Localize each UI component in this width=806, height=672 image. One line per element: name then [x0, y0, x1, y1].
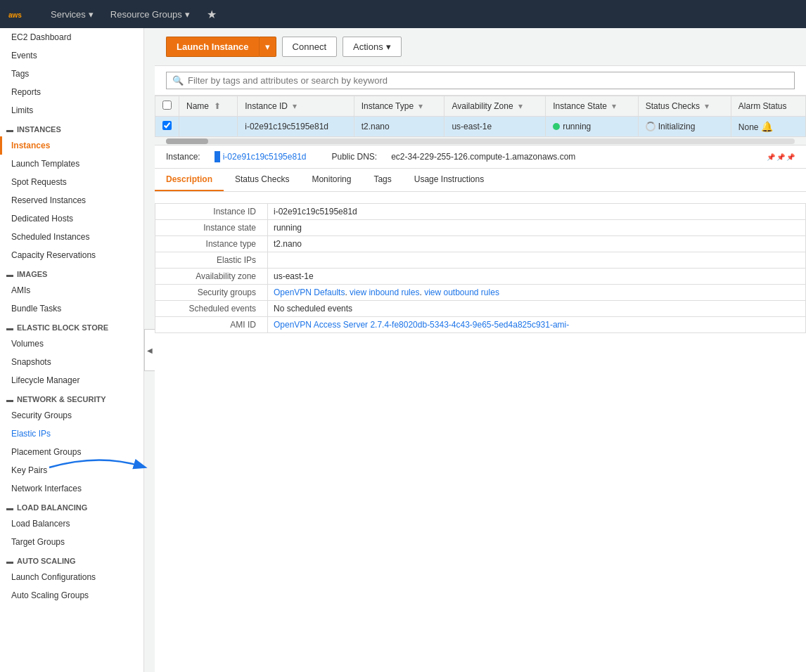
resource-groups-nav-btn[interactable]: Resource Groups ▾	[105, 6, 196, 22]
sidebar-item-snapshots[interactable]: Snapshots	[0, 353, 143, 371]
services-nav-btn[interactable]: Services ▾	[45, 6, 99, 22]
detail-row-ami-id: AMI ID OpenVPN Access Server 2.7.4-fe802…	[155, 317, 806, 333]
instance-color-marker	[215, 151, 220, 162]
instances-table-wrap: Name ⬆ Instance ID ▾ Instance Type ▾ Ava…	[155, 96, 806, 137]
detail-row-security-groups: Security groups OpenVPN Defaults. view i…	[155, 285, 806, 301]
detail-label-elastic-ips: Elastic IPs	[155, 252, 268, 269]
launch-instance-dropdown-btn[interactable]: ▾	[259, 37, 276, 57]
sidebar-item-elastic-ips[interactable]: Elastic IPs	[0, 425, 143, 443]
select-all-checkbox-cell[interactable]	[155, 96, 179, 117]
security-groups-link-inbound[interactable]: view inbound rules	[350, 287, 419, 297]
table-row[interactable]: i-02e91c19c5195e81d t2.nano us-east-1e r…	[155, 117, 806, 137]
sidebar-item-capacity-reservations[interactable]: Capacity Reservations	[0, 246, 143, 264]
detail-tabs: Description Status Checks Monitoring Tag…	[155, 169, 806, 192]
col-availability-zone[interactable]: Availability Zone ▾	[444, 96, 546, 117]
sidebar-item-bundle-tasks[interactable]: Bundle Tasks	[0, 299, 143, 318]
sidebar-item-placement-groups[interactable]: Placement Groups	[0, 443, 143, 461]
tab-status-checks[interactable]: Status Checks	[224, 169, 300, 191]
tab-description[interactable]: Description	[155, 169, 224, 191]
detail-val-security-groups: OpenVPN Defaults. view inbound rules. vi…	[268, 285, 806, 301]
row-instance-state: running	[546, 117, 638, 137]
toolbar: Launch Instance ▾ Connect Actions ▾	[155, 28, 806, 66]
detail-label-instance-type: Instance type	[155, 236, 268, 252]
horizontal-scrollbar[interactable]	[155, 137, 806, 146]
row-instance-type: t2.nano	[354, 117, 444, 137]
collapse-lb-icon: ▬	[6, 503, 14, 512]
sidebar-item-target-groups[interactable]: Target Groups	[0, 533, 143, 551]
detail-val-instance-state: running	[268, 220, 806, 236]
col-instance-state[interactable]: Instance State ▾	[546, 96, 638, 117]
sidebar-item-reserved-instances[interactable]: Reserved Instances	[0, 191, 143, 209]
detail-label-scheduled-events: Scheduled events	[155, 301, 268, 317]
running-indicator	[553, 123, 560, 130]
instances-table: Name ⬆ Instance ID ▾ Instance Type ▾ Ava…	[155, 96, 806, 137]
detail-label-instance-id: Instance ID	[155, 204, 268, 220]
row-instance-id: i-02e91c19c5195e81d	[238, 117, 354, 137]
sidebar-item-dedicated-hosts[interactable]: Dedicated Hosts	[0, 209, 143, 228]
launch-instance-button[interactable]: Launch Instance	[166, 37, 259, 57]
detail-content: Instance ID i-02e91c19c5195e81d Instance…	[155, 192, 806, 672]
sidebar-item-spot-requests[interactable]: Spot Requests	[0, 173, 143, 191]
security-groups-link-outbound[interactable]: view outbound rules	[424, 287, 499, 297]
select-all-checkbox[interactable]	[162, 101, 172, 110]
sidebar-item-security-groups[interactable]: Security Groups	[0, 406, 143, 425]
sidebar-item-load-balancers[interactable]: Load Balancers	[0, 515, 143, 533]
section-auto-scaling[interactable]: ▬ AUTO SCALING	[0, 551, 143, 568]
collapse-ebs-icon: ▬	[6, 323, 14, 332]
detail-label-security-groups: Security groups	[155, 285, 268, 301]
sidebar-item-lifecycle-manager[interactable]: Lifecycle Manager	[0, 371, 143, 389]
public-dns-label: Public DNS:	[331, 152, 377, 162]
sidebar-item-tags[interactable]: Tags	[0, 65, 143, 83]
detail-val-scheduled-events: No scheduled events	[268, 301, 806, 317]
sidebar-item-ec2-dashboard[interactable]: EC2 Dashboard	[0, 28, 143, 46]
favorites-icon[interactable]: ★	[201, 5, 222, 24]
col-name[interactable]: Name ⬆	[179, 96, 238, 117]
row-availability-zone: us-east-1e	[444, 117, 546, 137]
instance-label: Instance:	[166, 152, 200, 162]
security-groups-link-defaults[interactable]: OpenVPN Defaults	[274, 287, 345, 297]
section-images[interactable]: ▬ IMAGES	[0, 264, 143, 281]
svg-text:aws: aws	[8, 11, 22, 19]
section-ebs[interactable]: ▬ ELASTIC BLOCK STORE	[0, 318, 143, 335]
detail-row-instance-type: Instance type t2.nano	[155, 236, 806, 252]
sidebar-item-instances[interactable]: Instances	[0, 136, 143, 155]
collapse-network-icon: ▬	[6, 395, 14, 403]
section-instances[interactable]: ▬ INSTANCES	[0, 119, 143, 136]
ami-id-link[interactable]: OpenVPN Access Server 2.7.4-fe8020db-534…	[274, 320, 569, 330]
col-instance-type[interactable]: Instance Type ▾	[354, 96, 444, 117]
instance-id-link[interactable]: i-02e91c19c5195e81d	[215, 151, 307, 162]
tab-usage-instructions[interactable]: Usage Instructions	[403, 169, 495, 191]
aws-logo[interactable]: aws	[8, 1, 34, 27]
section-load-balancing[interactable]: ▬ LOAD BALANCING	[0, 498, 143, 515]
row-checkbox[interactable]	[162, 121, 172, 130]
actions-button[interactable]: Actions ▾	[343, 37, 402, 57]
sidebar-item-auto-scaling-groups[interactable]: Auto Scaling Groups	[0, 586, 143, 605]
section-network[interactable]: ▬ NETWORK & SECURITY	[0, 389, 143, 406]
sidebar-item-key-pairs[interactable]: Key Pairs	[0, 461, 143, 479]
sidebar-item-scheduled-instances[interactable]: Scheduled Instances	[0, 228, 143, 246]
launch-instance-group: Launch Instance ▾	[166, 37, 276, 57]
sidebar-item-network-interfaces[interactable]: Network Interfaces	[0, 479, 143, 498]
search-input[interactable]	[188, 75, 788, 86]
sidebar-item-reports[interactable]: Reports	[0, 83, 143, 101]
row-alarm-status: None 🔔	[731, 117, 805, 137]
col-instance-id[interactable]: Instance ID ▾	[238, 96, 354, 117]
tab-monitoring[interactable]: Monitoring	[300, 169, 362, 191]
sidebar-item-launch-templates[interactable]: Launch Templates	[0, 155, 143, 173]
sidebar-item-events[interactable]: Events	[0, 46, 143, 65]
filter-bar: 🔍	[155, 66, 806, 96]
hide-sidebar-btn[interactable]: ◀	[144, 329, 155, 371]
connect-button[interactable]: Connect	[282, 37, 337, 57]
col-status-checks[interactable]: Status Checks ▾	[638, 96, 731, 117]
row-checkbox-cell[interactable]	[155, 117, 179, 137]
initializing-spinner	[646, 122, 655, 131]
collapse-instances-icon: ▬	[6, 125, 14, 134]
tab-tags[interactable]: Tags	[362, 169, 402, 191]
row-status-checks: Initializing	[638, 117, 731, 137]
search-icon: 🔍	[172, 75, 184, 86]
sidebar-item-amis[interactable]: AMIs	[0, 281, 143, 299]
col-alarm-status[interactable]: Alarm Status	[731, 96, 805, 117]
sidebar-item-limits[interactable]: Limits	[0, 101, 143, 119]
sidebar-item-volumes[interactable]: Volumes	[0, 335, 143, 353]
sidebar-item-launch-configurations[interactable]: Launch Configurations	[0, 568, 143, 586]
